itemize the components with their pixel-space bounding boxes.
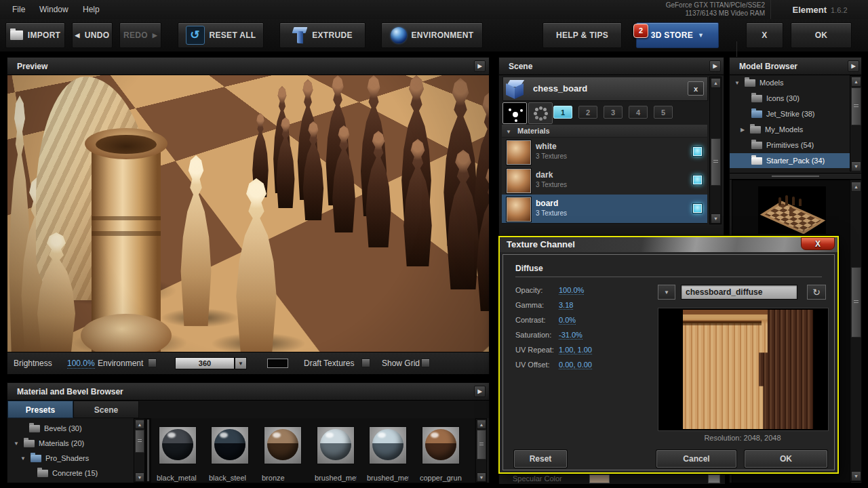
opacity-value[interactable]: 100.0% [559, 286, 584, 295]
particle-icon [508, 106, 521, 120]
scroll-up-icon[interactable]: ▲ [477, 420, 486, 429]
undo-button[interactable]: ◀ UNDO [72, 22, 113, 48]
scene-material-white[interactable]: white 3 Textures [502, 138, 707, 167]
tree-scrollbar[interactable]: ▲ ▼ [134, 418, 145, 483]
cancel-button[interactable]: Cancel [656, 450, 736, 468]
viewport-3d[interactable] [7, 75, 489, 352]
reset-all-button[interactable]: ↺ RESET ALL [178, 22, 264, 48]
group-slot-5[interactable]: 5 [654, 106, 673, 119]
panel-expand-icon[interactable]: ▶ [709, 60, 721, 72]
ok-button[interactable]: OK [791, 22, 852, 48]
dialog-ok-button[interactable]: OK [745, 450, 827, 468]
environment-button[interactable]: ENVIRONMENT [381, 22, 483, 48]
material-enabled-checkbox[interactable] [692, 203, 703, 214]
cancel-x-button[interactable]: X [746, 22, 783, 48]
saturation-value[interactable]: -31.0% [559, 331, 583, 340]
scroll-up-icon[interactable]: ▲ [711, 78, 721, 88]
dialog-close-button[interactable]: X [801, 237, 835, 250]
group-slot-2[interactable]: 2 [578, 106, 597, 119]
panel-expand-icon[interactable]: ▶ [848, 60, 859, 72]
panel-splitter[interactable] [730, 173, 861, 180]
option-swatch[interactable] [708, 474, 720, 483]
material-brushed-metal-1[interactable] [317, 426, 355, 464]
starter-pack-preview[interactable] [758, 186, 826, 234]
scatter-mode-button[interactable] [528, 102, 553, 124]
splitter[interactable] [145, 418, 151, 483]
group-slot-3[interactable]: 3 [604, 106, 623, 119]
help-tips-button[interactable]: HELP & TIPS [542, 22, 622, 48]
dialog-title-bar[interactable]: Texture Channel [500, 237, 837, 252]
gamma-value[interactable]: 3.18 [559, 301, 573, 310]
store-button[interactable]: 3D STORE ▼ [636, 22, 719, 48]
tree-item-jet-strike[interactable]: Jet_Strike (38) [730, 106, 850, 121]
contrast-value[interactable]: 0.0% [559, 316, 576, 325]
rotation-dropdown[interactable]: 360 [175, 357, 235, 369]
show-grid-checkbox[interactable] [421, 359, 430, 367]
tree-item-concrete[interactable]: Concrete (15) [7, 466, 134, 481]
scroll-down-icon[interactable]: ▼ [851, 161, 861, 171]
group-slot-4[interactable]: 4 [629, 106, 648, 119]
tab-scene[interactable]: Scene [73, 401, 139, 418]
texture-select-dropdown[interactable]: ▼ [658, 285, 675, 300]
object-name: chess_board [533, 83, 587, 94]
brightness-value[interactable]: 100.0% [67, 359, 95, 369]
scroll-down-icon[interactable]: ▼ [711, 214, 721, 224]
material-black-steel[interactable] [211, 426, 249, 464]
uv-repeat-value[interactable]: 1.00, 1.00 [559, 346, 592, 354]
panel-expand-icon[interactable]: ▶ [474, 386, 486, 397]
material-enabled-checkbox[interactable] [692, 175, 703, 185]
environment-checkbox[interactable] [148, 359, 157, 367]
material-black-metal[interactable] [159, 426, 197, 464]
scroll-thumb[interactable] [851, 267, 861, 338]
material-brushed-metal-2[interactable] [369, 426, 407, 464]
refresh-button[interactable]: ↻ [807, 285, 826, 300]
particle-mode-button[interactable] [502, 102, 527, 124]
scroll-thumb[interactable] [135, 430, 144, 453]
scene-object-row[interactable]: chess_board x [502, 77, 708, 101]
material-bronze[interactable] [264, 426, 302, 464]
tree-item-bevels[interactable]: Bevels (30) [7, 421, 134, 436]
extrude-button[interactable]: EXTRUDE [279, 22, 366, 48]
tree-item-icons[interactable]: Icons (30) [730, 91, 850, 106]
panel-expand-icon[interactable]: ▶ [474, 60, 486, 72]
tree-item-starter-pack[interactable]: Starter_Pack (34) [730, 153, 850, 168]
thumbnails-scrollbar[interactable]: ▲ ▼ [475, 418, 487, 483]
scene-material-dark[interactable]: dark 3 Textures [502, 166, 707, 195]
tree-item-my-models[interactable]: ▶ My_Models [730, 122, 850, 137]
remove-object-button[interactable]: x [688, 81, 704, 96]
texture-name-input[interactable] [681, 285, 797, 300]
material-copper-grunge[interactable] [422, 426, 460, 464]
scroll-down-icon[interactable]: ▼ [135, 472, 144, 482]
specular-color-swatch[interactable] [589, 474, 610, 483]
tree-item-models[interactable]: ▼ Models [730, 75, 850, 90]
scroll-thumb[interactable] [851, 87, 861, 125]
redo-button[interactable]: REDO ▶ [119, 22, 161, 48]
reset-button[interactable]: Reset [514, 450, 567, 468]
model-preview-scrollbar[interactable]: ▲ ▼ [850, 180, 862, 482]
scene-material-board[interactable]: board 3 Textures [502, 195, 707, 224]
rotation-dropdown-arrow-icon[interactable]: ▼ [235, 357, 247, 369]
import-button[interactable]: IMPORT [5, 22, 65, 48]
scroll-down-icon[interactable]: ▼ [477, 472, 486, 482]
scroll-up-icon[interactable]: ▲ [135, 420, 144, 429]
menu-window[interactable]: Window [35, 0, 73, 19]
tree-item-materials[interactable]: ▼ Materials (20) [7, 436, 134, 451]
uv-offset-value[interactable]: 0.00, 0.00 [559, 361, 592, 369]
scroll-up-icon[interactable]: ▲ [851, 182, 861, 192]
scene-scrollbar[interactable]: ▲ ▼ [709, 77, 722, 224]
model-tree-scrollbar[interactable]: ▲ ▼ [850, 75, 862, 171]
background-color-swatch[interactable] [267, 359, 288, 368]
group-slot-1[interactable]: 1 [553, 106, 572, 119]
tree-item-primitives[interactable]: Primitives (54) [730, 138, 850, 152]
scroll-up-icon[interactable]: ▲ [851, 77, 861, 87]
menu-help[interactable]: Help [79, 0, 104, 19]
tree-item-pro-shaders[interactable]: ▼ Pro_Shaders [7, 451, 134, 466]
tab-presets[interactable]: Presets [7, 401, 73, 418]
menu-file[interactable]: File [8, 0, 29, 19]
materials-section-header[interactable]: ▼ Materials [502, 125, 707, 137]
scroll-thumb[interactable] [477, 430, 486, 460]
scroll-down-icon[interactable]: ▼ [851, 471, 861, 481]
material-enabled-checkbox[interactable] [692, 146, 703, 157]
draft-textures-checkbox[interactable] [361, 359, 370, 367]
scroll-thumb[interactable] [711, 138, 721, 186]
